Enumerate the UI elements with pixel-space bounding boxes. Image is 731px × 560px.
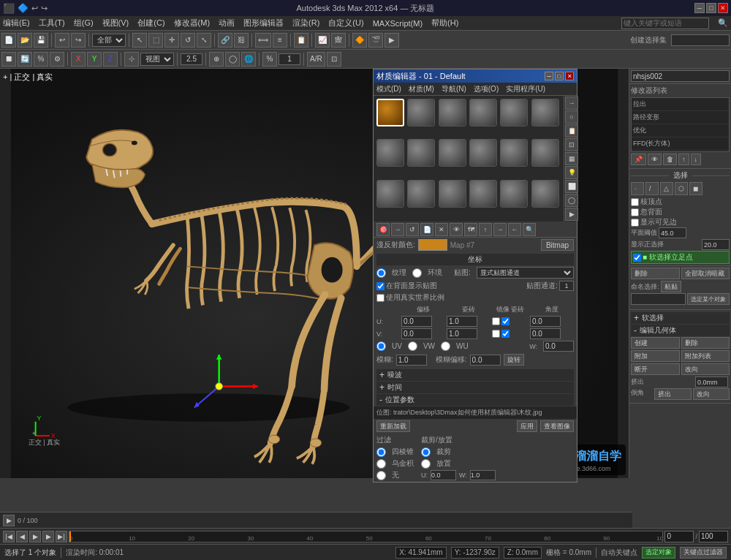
- mirror-v-checkbox[interactable]: [492, 330, 500, 338]
- move-btn[interactable]: ✛: [164, 33, 179, 48]
- mat-slot-11[interactable]: [531, 139, 559, 167]
- align-btn[interactable]: ≡: [273, 33, 287, 48]
- key-filter-btn[interactable]: 关键点过滤器: [680, 547, 727, 559]
- show-map-btn[interactable]: 🗺: [464, 223, 477, 236]
- map-browser-btn[interactable]: 🔍: [523, 223, 536, 236]
- mat-slot-4[interactable]: [500, 99, 528, 126]
- mat-slot-13[interactable]: [407, 180, 435, 208]
- view-img-btn[interactable]: 查看图像: [540, 420, 574, 432]
- next-key-btn[interactable]: ▶: [42, 531, 54, 542]
- face-btn[interactable]: △: [660, 182, 673, 195]
- search-input[interactable]: [621, 18, 709, 29]
- ignore-back-row[interactable]: 忽背面: [631, 207, 730, 217]
- undo-btn[interactable]: ↩: [31, 4, 38, 13]
- go-back-btn[interactable]: ←: [508, 223, 521, 236]
- bitmap-btn[interactable]: Bitmap: [541, 239, 574, 251]
- mat-slot-2[interactable]: [439, 99, 466, 126]
- new-btn[interactable]: 📄: [1, 33, 16, 48]
- show-in-vp-btn[interactable]: 👁: [450, 223, 463, 236]
- vw-radio-label[interactable]: VW: [408, 341, 435, 351]
- mat-checkered-btn[interactable]: ⬜: [565, 180, 578, 193]
- mat-editor-title[interactable]: 材质编辑器 - 01 - Default ─ □ ✕: [374, 69, 577, 83]
- texture-radio[interactable]: [376, 268, 386, 278]
- mod-pin-btn[interactable]: 📌: [631, 154, 646, 165]
- redo-btn[interactable]: ↪: [41, 4, 48, 13]
- tiling-v-input[interactable]: [447, 328, 477, 339]
- show-map-cb-row[interactable]: 在背面显示贴图 贴图通道:: [376, 281, 574, 291]
- menu-maxscript[interactable]: MAXScript(M): [373, 19, 423, 28]
- show-edges-row[interactable]: 显示可见边: [631, 217, 730, 227]
- view-combo[interactable]: 视图: [140, 53, 174, 66]
- mod-down-btn[interactable]: ↓: [691, 154, 702, 165]
- mat-min-btn[interactable]: ─: [545, 72, 553, 80]
- reorient-btn[interactable]: 改向: [681, 363, 730, 375]
- extrude-input[interactable]: [695, 377, 728, 387]
- real-world-row[interactable]: 使用真实世界比例: [376, 292, 574, 303]
- rotate-btn[interactable]: 旋转: [504, 354, 524, 366]
- delete-mat-btn[interactable]: ✕: [435, 223, 448, 236]
- tile-v-checkbox[interactable]: [501, 330, 510, 338]
- go-parent-btn[interactable]: ↑: [479, 223, 492, 236]
- percent-btn[interactable]: %: [262, 52, 277, 67]
- modifier-list[interactable]: 拉出 路径变形 优化 FFD(长方体) UVW 贴图 网格平滑 倒角剖面 可编辑…: [631, 97, 730, 152]
- schematic-btn[interactable]: 🕸: [331, 33, 346, 48]
- vw-radio[interactable]: [408, 341, 417, 351]
- next-frame-btn[interactable]: ▶|: [56, 531, 67, 542]
- mod-item[interactable]: 拉出: [632, 98, 729, 111]
- reset-mat-btn[interactable]: ↺: [406, 223, 419, 236]
- tile-u-checkbox[interactable]: [501, 317, 510, 325]
- snap-val-input[interactable]: [279, 53, 300, 65]
- soft-select-checkbox[interactable]: [633, 254, 641, 262]
- place-radio[interactable]: [421, 459, 431, 469]
- mod-item[interactable]: UVW 贴图: [632, 151, 729, 152]
- mat-editor-btn[interactable]: 🔶: [352, 33, 367, 48]
- select-region-btn[interactable]: ⬚: [148, 33, 163, 48]
- soft-select-header[interactable]: + 软选择: [631, 312, 730, 324]
- menu-help[interactable]: 帮助(H): [431, 18, 458, 29]
- curve-editor-btn[interactable]: 📈: [315, 33, 330, 48]
- mat-max-btn[interactable]: □: [555, 72, 564, 80]
- mat-slot-1[interactable]: [407, 99, 435, 126]
- named-sel-input[interactable]: [631, 293, 686, 305]
- pivot-btn[interactable]: ⊕: [209, 52, 224, 67]
- save-btn[interactable]: 💾: [34, 33, 48, 48]
- mat-slot-0[interactable]: [376, 99, 404, 126]
- mat-unique-btn[interactable]: ⊡: [565, 138, 578, 151]
- uv-radio[interactable]: [376, 341, 386, 351]
- apply-btn[interactable]: 应用: [517, 420, 537, 432]
- world-btn[interactable]: 🌐: [241, 52, 256, 67]
- noise-header[interactable]: + 噪波: [376, 369, 574, 381]
- mat-slot-15[interactable]: [469, 180, 497, 208]
- mat-bg-btn[interactable]: ▦: [565, 152, 578, 165]
- menu-edit[interactable]: 编辑(E): [3, 18, 30, 29]
- offset-u-input[interactable]: [401, 316, 432, 327]
- link-btn[interactable]: 🔗: [218, 33, 232, 48]
- mod-item[interactable]: 优化: [632, 124, 729, 137]
- time-indicator[interactable]: [69, 531, 71, 542]
- chamfer-reor-btn[interactable]: 改向: [693, 388, 730, 400]
- mod-up-btn[interactable]: ↑: [678, 154, 689, 165]
- environ-radio[interactable]: [412, 268, 422, 278]
- mat-copy-btn[interactable]: 📋: [565, 124, 578, 137]
- percent-snap[interactable]: %: [34, 52, 48, 67]
- maximize-btn[interactable]: □: [706, 3, 716, 13]
- chamfer-ext-btn[interactable]: 挤出: [654, 388, 692, 400]
- filter-pyramid-radio[interactable]: [376, 459, 386, 469]
- render-setup-btn[interactable]: 🎬: [368, 33, 383, 48]
- prev-frame-btn[interactable]: |◀: [3, 531, 15, 542]
- mat-backlight-btn[interactable]: 💡: [565, 166, 578, 179]
- time-header[interactable]: + 时间: [376, 382, 574, 393]
- snap-toggle[interactable]: 🔲: [1, 52, 16, 67]
- crop-radio[interactable]: [421, 447, 431, 457]
- texture-radio-label[interactable]: 纹理: [376, 268, 406, 278]
- offset-v-input[interactable]: [401, 328, 432, 339]
- output-header[interactable]: - 位置参数: [376, 394, 574, 406]
- mat-slot-17[interactable]: [531, 180, 559, 208]
- wu-radio-label[interactable]: WU: [441, 341, 469, 351]
- edge-btn[interactable]: /: [645, 182, 659, 195]
- current-frame-input[interactable]: [664, 531, 694, 542]
- detach-btn[interactable]: 断开: [631, 363, 680, 375]
- element-btn[interactable]: ◼: [689, 182, 702, 195]
- total-frames-input[interactable]: [699, 531, 728, 542]
- mat-menu-options[interactable]: 选项(O): [474, 84, 499, 94]
